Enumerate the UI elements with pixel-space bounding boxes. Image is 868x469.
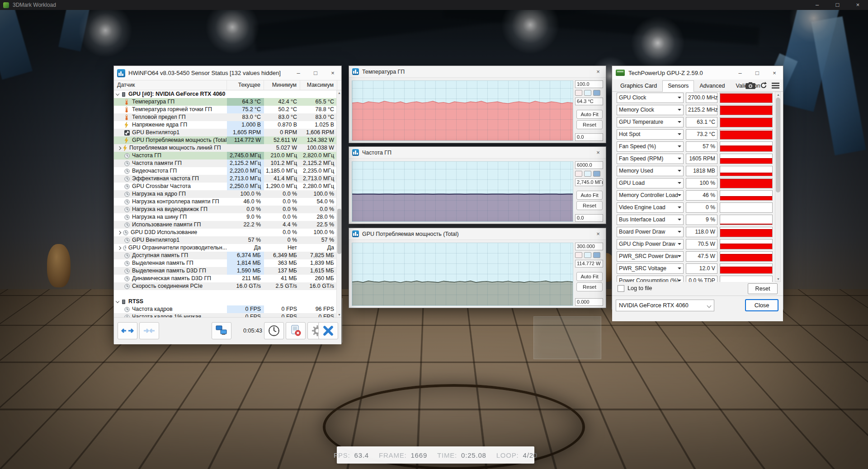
close-icon[interactable]: × (766, 70, 783, 76)
tab-advanced[interactable]: Advanced (694, 80, 730, 91)
scroll-down-icon[interactable]: ▼ (775, 277, 781, 281)
table-row[interactable]: Выделенная память ГП1,814 МБ363 МБ1,839 … (114, 259, 341, 267)
reset-button[interactable]: Reset (576, 282, 603, 291)
graph-title-bar[interactable]: GPU Потребляемая мощность (Total)× (349, 228, 606, 240)
axis-max-input[interactable]: 100.0 (575, 80, 603, 88)
table-row[interactable]: Нагрузка на видеодвижок ГП0.0 %0.0 %0.0 … (114, 206, 341, 213)
table-row[interactable]: Потребляемая мощность линий ГП5.027 W100… (114, 144, 341, 152)
color-swatch-1[interactable] (575, 171, 582, 177)
table-row[interactable]: GPU Вентилятор157 %0 %57 % (114, 236, 341, 244)
graph-title-bar[interactable]: Частота ГП× (349, 147, 606, 159)
reset-button[interactable]: Reset (748, 283, 778, 294)
table-row[interactable]: Использование памяти ГП22.2 %4.4 %22.5 % (114, 221, 341, 229)
table-row[interactable]: GPU [#0]: NVIDIA GeForce RTX 4060 (114, 90, 341, 98)
column-current[interactable]: Текущее (227, 80, 264, 90)
tab-sensors[interactable]: Sensors (662, 80, 694, 92)
axis-min-input[interactable]: 0.000 (575, 298, 603, 306)
sensor-select-dropdown[interactable]: Memory Used (617, 166, 684, 176)
column-minimum[interactable]: Минимум (264, 80, 300, 90)
scrollbar-thumb[interactable] (776, 98, 780, 192)
hwinfo-title-bar[interactable]: HWiNFO64 v8.03-5450 Sensor Status [132 v… (114, 66, 341, 80)
table-row[interactable]: Нагрузка на шину ГП9.0 %0.0 %28.0 % (114, 213, 341, 221)
chevron-down-icon[interactable] (116, 299, 119, 303)
color-swatch-1[interactable] (575, 90, 582, 96)
table-row[interactable]: Тепловой предел ГП83.0 °C83.0 °C83.0 °C (114, 113, 341, 121)
table-row[interactable]: Динамическая память D3D ГП211 МБ41 МБ260… (114, 275, 341, 282)
refresh-icon[interactable] (760, 82, 767, 89)
color-swatch-3[interactable] (593, 252, 600, 258)
color-swatch-2[interactable] (584, 90, 591, 96)
sensor-select-dropdown[interactable]: GPU Chip Power Draw (617, 239, 684, 249)
sensor-select-dropdown[interactable]: Power Consumption (%) (617, 276, 684, 282)
chevron-right-icon[interactable] (118, 146, 121, 150)
close-icon[interactable]: × (590, 149, 606, 156)
timer-clock-button[interactable] (264, 322, 284, 339)
collapse-arrows-button[interactable] (139, 322, 159, 339)
axis-max-input[interactable]: 300.000 (575, 243, 603, 250)
column-sensor[interactable]: Датчик (114, 80, 227, 90)
close-button[interactable]: Close (745, 299, 778, 311)
close-icon[interactable]: × (324, 70, 341, 76)
color-swatch-2[interactable] (584, 171, 591, 177)
scroll-up-icon[interactable]: ▲ (337, 90, 342, 95)
color-swatch-1[interactable] (575, 252, 582, 258)
sensor-scrollbar[interactable]: ▲ ▼ (775, 92, 781, 282)
axis-min-input[interactable]: 0.0 (575, 133, 603, 141)
close-icon[interactable]: × (590, 68, 606, 75)
chevron-right-icon[interactable] (118, 246, 121, 249)
log-remove-button[interactable] (286, 322, 306, 339)
reset-button[interactable]: Reset (576, 201, 603, 210)
sensor-select-dropdown[interactable]: PWR_SRC Voltage (617, 263, 684, 274)
minimize-icon[interactable]: – (807, 0, 827, 10)
log-to-file-checkbox[interactable] (618, 285, 624, 292)
axis-max-input[interactable]: 6000.0 (575, 161, 603, 169)
maximize-icon[interactable]: □ (307, 70, 324, 76)
table-row[interactable]: Частота ГП2,745.0 МГц210.0 МГц2,820.0 МГ… (114, 152, 341, 159)
sensor-select-dropdown[interactable]: Memory Controller Load (617, 190, 684, 201)
chevron-right-icon[interactable] (118, 230, 121, 234)
color-swatch-3[interactable] (593, 90, 600, 96)
tab-graphics-card[interactable]: Graphics Card (615, 80, 662, 91)
color-swatch-2[interactable] (584, 252, 591, 258)
axis-min-input[interactable]: 0.0 (575, 214, 603, 222)
sensor-select-dropdown[interactable]: Memory Clock (617, 105, 684, 115)
sensor-select-dropdown[interactable]: Fan Speed (RPM) (617, 154, 684, 164)
table-scrollbar[interactable]: ▲ ▼ (336, 90, 341, 317)
table-row[interactable] (114, 290, 341, 298)
sensor-select-dropdown[interactable]: GPU Temperature (617, 117, 684, 127)
current-value-box[interactable]: 2,745.0 МГц (575, 178, 603, 186)
sensor-select-dropdown[interactable]: Video Engine Load (617, 202, 684, 213)
table-row[interactable]: Выделенная память D3D ГП1,590 МБ137 МБ1,… (114, 267, 341, 275)
auto-fit-button[interactable]: Auto Fit (576, 110, 603, 119)
chevron-down-icon[interactable] (116, 92, 119, 95)
table-row[interactable]: Скорость соединения PCIe16.0 GT/s2.5 GT/… (114, 282, 341, 290)
minimize-icon[interactable]: – (290, 70, 307, 76)
color-swatch-3[interactable] (593, 171, 600, 177)
table-row[interactable]: Нагрузка на ядро ГП100.0 %0.0 %100.0 % (114, 190, 341, 198)
sensor-select-dropdown[interactable]: Board Power Draw (617, 227, 684, 237)
sensor-select-dropdown[interactable]: Fan Speed (%) (617, 141, 684, 152)
table-row[interactable]: Напряжение ядра ГП1.000 В0.870 В1.025 В (114, 121, 341, 129)
remote-monitors-button[interactable] (212, 322, 231, 339)
screenshot-camera-icon[interactable] (745, 82, 755, 89)
table-row[interactable]: Частота кадров0 FPS0 FPS96 FPS (114, 305, 341, 313)
table-row[interactable]: Нагрузка контроллера памяти ГП46.0 %0.0 … (114, 198, 341, 206)
minimize-icon[interactable]: – (731, 70, 749, 76)
gpu-select-dropdown[interactable]: NVIDIA GeForce RTX 4060 (616, 300, 714, 311)
sensor-select-dropdown[interactable]: Bus Interface Load (617, 215, 684, 225)
scroll-down-icon[interactable]: ▼ (337, 312, 342, 317)
close-button[interactable] (318, 322, 338, 339)
history-arrows-button[interactable] (118, 322, 137, 339)
sensor-select-dropdown[interactable]: Hot Spot (617, 129, 684, 140)
maximize-icon[interactable]: □ (827, 0, 848, 10)
table-row[interactable]: Частота кадров 1% низкая0 FPS0 FPS0 FPS (114, 313, 341, 317)
close-icon[interactable]: × (848, 0, 868, 10)
graph-title-bar[interactable]: Температура ГП× (349, 66, 606, 78)
table-row[interactable]: GPU Ограничители производительн...ДаНетД… (114, 244, 341, 252)
maximize-icon[interactable]: □ (749, 70, 766, 76)
scrollbar-thumb[interactable] (337, 209, 341, 254)
table-row[interactable]: Температура ГП64.3 °C42.4 °C65.5 °C (114, 98, 341, 106)
table-row[interactable]: Температура горячей точки ГП75.2 °C50.2 … (114, 106, 341, 113)
column-maximum[interactable]: Максимум (300, 80, 337, 90)
table-row[interactable]: Эффективная частота ГП2,713.0 МГц41.4 МГ… (114, 175, 341, 183)
